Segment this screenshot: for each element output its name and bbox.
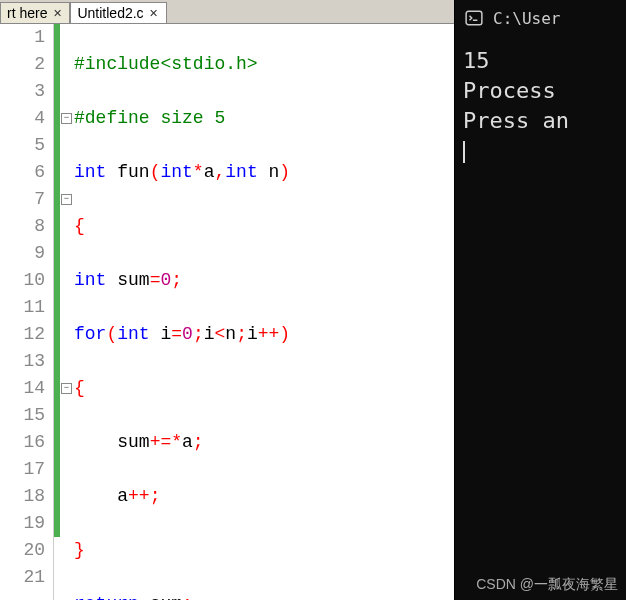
line-number: 6: [0, 159, 45, 186]
tab-bar: rt here ✕ Untitled2.c ✕: [0, 0, 454, 24]
terminal-pane: C:\User 15Process Press an: [454, 0, 626, 600]
line-number: 8: [0, 213, 45, 240]
line-number: 16: [0, 429, 45, 456]
terminal-icon: [465, 9, 483, 27]
line-number: 21: [0, 564, 45, 591]
terminal-title: C:\User: [493, 9, 560, 28]
tab-start-here[interactable]: rt here ✕: [0, 2, 70, 23]
line-number: 15: [0, 402, 45, 429]
line-number: 13: [0, 348, 45, 375]
line-number: 11: [0, 294, 45, 321]
line-number: 17: [0, 456, 45, 483]
line-number: 20: [0, 537, 45, 564]
tab-untitled2[interactable]: Untitled2.c ✕: [70, 2, 166, 23]
line-number: 1: [0, 24, 45, 51]
line-number: 14: [0, 375, 45, 402]
line-number: 3: [0, 78, 45, 105]
term-line: Process: [463, 76, 618, 106]
term-line: 15: [463, 46, 618, 76]
code-text[interactable]: #include<stdio.h> #define size 5 int fun…: [74, 24, 454, 600]
line-number: 19: [0, 510, 45, 537]
line-number-gutter: 123456789101112131415161718192021: [0, 24, 54, 600]
terminal-titlebar[interactable]: C:\User: [455, 0, 626, 36]
svg-rect-0: [466, 11, 482, 25]
code-area[interactable]: 123456789101112131415161718192021 −−− #i…: [0, 24, 454, 600]
line-number: 7: [0, 186, 45, 213]
line-number: 12: [0, 321, 45, 348]
line-number: 4: [0, 105, 45, 132]
line-number: 18: [0, 483, 45, 510]
fold-column: −−−: [60, 24, 74, 600]
editor-pane: rt here ✕ Untitled2.c ✕ 1234567891011121…: [0, 0, 454, 600]
terminal-cursor: [463, 141, 465, 163]
close-icon[interactable]: ✕: [51, 7, 63, 19]
line-number: 2: [0, 51, 45, 78]
line-number: 10: [0, 267, 45, 294]
terminal-output[interactable]: 15Process Press an: [455, 36, 626, 600]
line-number: 9: [0, 240, 45, 267]
line-number: 5: [0, 132, 45, 159]
fold-toggle-icon[interactable]: −: [61, 194, 72, 205]
tab-label: rt here: [7, 5, 47, 21]
term-line: Press an: [463, 106, 618, 136]
close-icon[interactable]: ✕: [148, 7, 160, 19]
tab-label: Untitled2.c: [77, 5, 143, 21]
fold-toggle-icon[interactable]: −: [61, 113, 72, 124]
fold-toggle-icon[interactable]: −: [61, 383, 72, 394]
